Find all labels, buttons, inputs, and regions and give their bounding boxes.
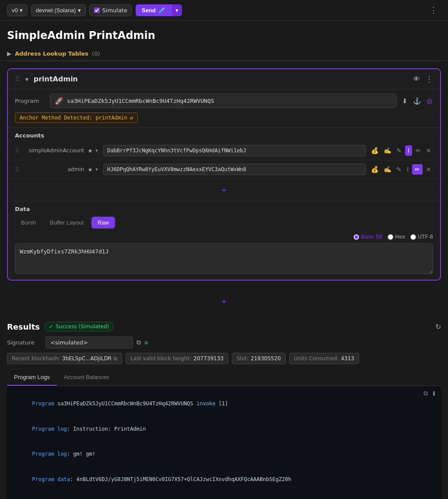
- drag-handle-icon[interactable]: ⠿: [15, 75, 20, 83]
- units-chip: Units Consumed: 4313: [289, 353, 359, 364]
- account-remove-button-2[interactable]: ✕: [424, 164, 433, 175]
- instruction-name: printAdmin: [34, 75, 408, 83]
- accounts-section-header: Accounts: [8, 127, 440, 141]
- log-line-2: Program log: Instruction: PrintAdmin: [13, 417, 435, 442]
- account-identity-button-1[interactable]: I: [405, 145, 412, 156]
- account-input-1[interactable]: [103, 145, 366, 156]
- instruction-card: ⠿ ▾ printAdmin 👁 ⋮ Program 🚀 sa3HiPEaDZk…: [7, 68, 441, 281]
- log-copy-button[interactable]: ⧉: [424, 390, 428, 397]
- units-value: 4313: [341, 355, 354, 362]
- account-sign-icon-2[interactable]: ✍: [382, 164, 393, 175]
- blockhash-chip: Recent blockhash: 3bELSpC...ADjiLDR ⧉: [7, 353, 122, 364]
- slot-chip: Slot: 219305520: [232, 353, 286, 364]
- account-input-2[interactable]: [103, 164, 366, 175]
- log-output: ⧉ ⬇ Program sa3HiPEaDZk5JyU1CCmmRbcWnBc9…: [7, 386, 441, 499]
- slot-value: 219305520: [251, 355, 281, 362]
- signature-row: Signature <simulated> ⧉ ≡: [7, 337, 441, 348]
- account-actions-1: 💰 ✍ ✎ I ✏ ✕: [369, 145, 433, 156]
- address-lookup-label: Address Lookup Tables: [15, 50, 88, 57]
- anchor-swap-icon[interactable]: ⇄: [130, 115, 133, 121]
- data-tabs: Borsh Buffer Layout Raw: [15, 217, 433, 228]
- account-sign-icon-1[interactable]: ✍: [382, 145, 393, 156]
- radio-hex[interactable]: Hex: [388, 234, 405, 240]
- program-label: Program: [15, 98, 46, 104]
- account-identity-button-2[interactable]: I: [405, 164, 410, 175]
- chevron-down-icon: ▾: [20, 7, 23, 14]
- account-wallet-icon-1[interactable]: 💰: [369, 145, 380, 156]
- account-writable-icon-1[interactable]: ✎: [395, 145, 403, 156]
- account-drag-icon[interactable]: ⠿: [15, 147, 19, 154]
- program-anchor-button[interactable]: ⚓: [412, 96, 422, 106]
- status-text: Success (Simulated): [56, 323, 109, 330]
- account-remove-button-1[interactable]: ✕: [424, 145, 433, 156]
- account-flags-2: ★ ▾: [88, 165, 100, 173]
- visibility-icon[interactable]: 👁: [413, 75, 420, 83]
- anchor-badge: Anchor Method Detected: printAdmin ⇄: [15, 112, 138, 123]
- data-section: Data Borsh Buffer Layout Raw Base 58 Hex…: [8, 201, 440, 280]
- add-instruction-button[interactable]: ＋: [219, 295, 229, 308]
- tab-account-balances[interactable]: Account Balances: [57, 369, 116, 386]
- network-dropdown[interactable]: devnet (Solana) ▾: [31, 4, 86, 16]
- card-more-button[interactable]: ⋮: [425, 74, 433, 84]
- card-header: ⠿ ▾ printAdmin 👁 ⋮: [8, 69, 440, 89]
- radio-utf8[interactable]: UTF-8: [410, 234, 433, 240]
- send-dropdown-button[interactable]: ▾: [172, 4, 182, 16]
- account-flag-star-1[interactable]: ▾: [94, 147, 100, 155]
- raw-data-textarea[interactable]: WzmKybfyDfixs7ZRk3hHU47d1J: [15, 243, 433, 274]
- results-refresh-button[interactable]: ↻: [435, 323, 441, 331]
- tab-raw[interactable]: Raw: [91, 217, 115, 228]
- program-actions: ⬇ ⚓ ◎: [401, 96, 433, 106]
- last-valid-chip: Last valid block height: 207739133: [126, 353, 228, 364]
- log-download-button[interactable]: ⬇: [431, 390, 437, 397]
- network-label: devnet (Solana): [36, 7, 76, 14]
- collapse-icon[interactable]: ▾: [25, 76, 28, 83]
- account-wallet-icon-2[interactable]: 💰: [369, 164, 380, 175]
- account-flag-star-2[interactable]: ▾: [94, 165, 100, 173]
- tab-program-logs[interactable]: Program Logs: [7, 369, 57, 386]
- blockhash-copy-icon[interactable]: ⧉: [114, 356, 117, 362]
- signature-value: <simulated>: [46, 337, 133, 348]
- success-icon: ✓: [49, 323, 53, 330]
- account-row: ⠿ admin ★ ▾ 💰 ✍ ✎ I ✏ ✕: [8, 160, 440, 179]
- simulate-checkbox[interactable]: [94, 7, 100, 13]
- program-download-button[interactable]: ⬇: [401, 96, 409, 106]
- log-line-5: Program sa3HiPEaDZk5JyU1CCmmRbcWnBc9U4Tz…: [13, 492, 435, 499]
- lookup-expand-icon[interactable]: ▶: [7, 50, 11, 57]
- chevron-down-icon: ▾: [175, 7, 178, 14]
- send-button[interactable]: Send 🧪: [136, 4, 172, 16]
- simulate-area: Simulate: [89, 4, 132, 16]
- chevron-down-icon: ▾: [78, 7, 81, 14]
- flask-icon: 🧪: [158, 7, 165, 14]
- program-address: sa3HiPEaDZk5JyU1CCmmRbcWnBc9U4TzHq42RWVU…: [67, 98, 392, 104]
- log-actions: ⧉ ⬇: [424, 390, 437, 397]
- radio-base58[interactable]: Base 58: [354, 234, 382, 240]
- last-valid-value: 207739133: [193, 355, 224, 362]
- account-edit-button-1[interactable]: ✏: [414, 145, 423, 156]
- account-row: ⠿ simpleAdminAccount ★ ▾ 💰 ✍ ✎ I ✏ ✕: [8, 141, 440, 160]
- signature-view-button[interactable]: ≡: [144, 339, 148, 346]
- signature-copy-button[interactable]: ⧉: [136, 339, 141, 346]
- account-drag-icon[interactable]: ⠿: [15, 166, 19, 173]
- success-badge: ✓ Success (Simulated): [44, 322, 114, 331]
- version-dropdown[interactable]: v0 ▾: [7, 4, 28, 16]
- units-label: Units Consumed:: [294, 355, 339, 362]
- version-label: v0: [12, 7, 18, 14]
- topbar-more-button[interactable]: ⋮: [426, 4, 441, 17]
- slot-label: Slot:: [237, 355, 248, 362]
- send-label: Send: [142, 7, 156, 14]
- account-writable-icon-2[interactable]: ✎: [395, 164, 403, 175]
- tab-borsh[interactable]: Borsh: [15, 217, 42, 228]
- page-title: SimpleAdmin PrintAdmin: [0, 21, 448, 47]
- program-icon: 🚀: [55, 97, 63, 105]
- tab-buffer-layout[interactable]: Buffer Layout: [44, 217, 90, 228]
- program-solana-button[interactable]: ◎: [426, 96, 433, 106]
- blockhash-value: 3bELSpC...ADjiLDR: [62, 355, 112, 362]
- data-section-header: Data: [15, 206, 433, 212]
- blockhash-label: Recent blockhash:: [12, 355, 60, 362]
- log-tabs: Program Logs Account Balances: [7, 369, 441, 386]
- add-account-button[interactable]: ＋: [219, 183, 229, 197]
- account-edit-button-2[interactable]: ✏: [412, 164, 423, 175]
- results-title: Results: [7, 322, 40, 331]
- log-line-4: Program data: 4nBLdtV6DJ/yG8J8NTj5iMEN0C…: [13, 467, 435, 492]
- program-input-wrap: 🚀 sa3HiPEaDZk5JyU1CCmmRbcWnBc9U4TzHq42RW…: [50, 94, 397, 108]
